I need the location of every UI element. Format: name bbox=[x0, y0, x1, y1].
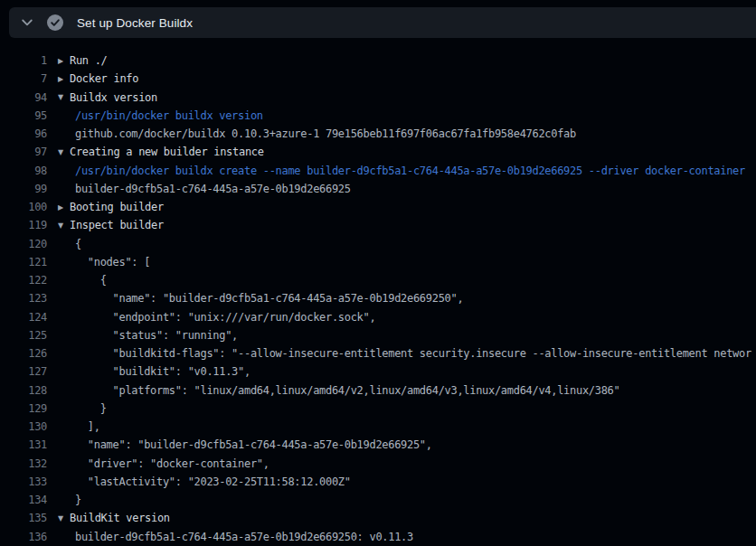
check-circle-icon bbox=[46, 14, 64, 32]
line-number[interactable]: 125 bbox=[5, 329, 47, 342]
line-number[interactable]: 134 bbox=[5, 494, 47, 506]
log-line: 98/usr/bin/docker buildx create --name b… bbox=[0, 162, 756, 180]
line-number[interactable]: 123 bbox=[5, 292, 47, 305]
log-line: 136builder-d9cfb5a1-c764-445a-a57e-0b19d… bbox=[0, 528, 756, 546]
log-line: 123 "name": "builder-d9cfb5a1-c764-445a-… bbox=[0, 289, 756, 307]
line-number[interactable]: 127 bbox=[5, 365, 47, 378]
line-number[interactable]: 97 bbox=[5, 146, 47, 158]
log-line[interactable]: 135▼BuildKit version bbox=[0, 509, 756, 527]
line-number[interactable]: 128 bbox=[5, 384, 47, 397]
line-number[interactable]: 1 bbox=[5, 54, 47, 67]
step-header[interactable]: Set up Docker Buildx bbox=[9, 7, 756, 38]
log-lines: 1▶Run ./7▶Docker info94▼Buildx version95… bbox=[0, 52, 756, 546]
command-text: /usr/bin/docker buildx version bbox=[75, 109, 263, 122]
log-line[interactable]: 97▼Creating a new builder instance bbox=[0, 143, 756, 161]
line-number[interactable]: 136 bbox=[5, 531, 47, 543]
output-text: ], bbox=[75, 420, 100, 433]
collapse-arrow-icon[interactable]: ▼ bbox=[58, 514, 70, 522]
group-title[interactable]: Creating a new builder instance bbox=[70, 146, 264, 158]
collapse-arrow-icon[interactable]: ▼ bbox=[58, 221, 70, 230]
log-line: 129 } bbox=[0, 400, 756, 418]
group-title[interactable]: BuildKit version bbox=[70, 512, 170, 524]
output-text: builder-d9cfb5a1-c764-445a-a57e-0b19d2e6… bbox=[75, 531, 413, 543]
line-number[interactable]: 132 bbox=[5, 457, 47, 470]
output-text: github.com/docker/buildx 0.10.3+azure-1 … bbox=[75, 127, 576, 140]
line-number[interactable]: 129 bbox=[5, 402, 47, 415]
log-line: 130 ], bbox=[0, 418, 756, 436]
output-text: "name": "builder-d9cfb5a1-c764-445a-a57e… bbox=[75, 292, 463, 305]
log-line[interactable]: 100▶Booting builder bbox=[0, 198, 756, 216]
expand-arrow-icon[interactable]: ▶ bbox=[58, 57, 70, 65]
output-text: "driver": "docker-container", bbox=[75, 457, 269, 470]
expand-arrow-icon[interactable]: ▶ bbox=[58, 203, 70, 212]
log-line: 124 "endpoint": "unix:///var/run/docker.… bbox=[0, 308, 756, 326]
line-number[interactable]: 94 bbox=[5, 91, 47, 104]
line-number[interactable]: 126 bbox=[5, 347, 47, 360]
output-text: "buildkitd-flags": "--allow-insecure-ent… bbox=[75, 347, 751, 360]
line-number[interactable]: 95 bbox=[5, 109, 47, 122]
line-number[interactable]: 121 bbox=[5, 256, 47, 268]
output-text: "platforms": "linux/amd64,linux/amd64/v2… bbox=[75, 384, 619, 397]
log-line: 95/usr/bin/docker buildx version bbox=[0, 107, 756, 125]
log-line: 99builder-d9cfb5a1-c764-445a-a57e-0b19d2… bbox=[0, 180, 756, 198]
command-text: /usr/bin/docker buildx create --name bui… bbox=[75, 165, 745, 177]
log-line: 132 "driver": "docker-container", bbox=[0, 455, 756, 473]
collapse-arrow-icon[interactable]: ▼ bbox=[58, 93, 70, 101]
line-number[interactable]: 98 bbox=[5, 165, 47, 177]
log-line: 121 "nodes": [ bbox=[0, 253, 756, 271]
output-text: { bbox=[75, 274, 107, 287]
line-number[interactable]: 96 bbox=[5, 127, 47, 140]
line-number[interactable]: 130 bbox=[5, 420, 47, 433]
log-line: 126 "buildkitd-flags": "--allow-insecure… bbox=[0, 344, 756, 362]
output-text: "nodes": [ bbox=[75, 256, 150, 268]
log-line[interactable]: 1▶Run ./ bbox=[0, 52, 756, 70]
line-number[interactable]: 99 bbox=[5, 183, 47, 195]
line-number[interactable]: 120 bbox=[5, 238, 47, 250]
chevron-down-icon[interactable] bbox=[20, 15, 34, 30]
log-line[interactable]: 94▼Buildx version bbox=[0, 89, 756, 107]
group-title[interactable]: Inspect builder bbox=[70, 219, 164, 231]
log-line: 122 { bbox=[0, 271, 756, 289]
output-text: } bbox=[75, 494, 81, 506]
line-number[interactable]: 122 bbox=[5, 274, 47, 287]
log-line: 120{ bbox=[0, 235, 756, 253]
step-title: Set up Docker Buildx bbox=[77, 16, 193, 30]
line-number[interactable]: 7 bbox=[5, 72, 47, 85]
line-number[interactable]: 119 bbox=[5, 219, 47, 231]
group-title[interactable]: Buildx version bbox=[70, 91, 157, 104]
group-title[interactable]: Run ./ bbox=[70, 54, 108, 67]
line-number[interactable]: 135 bbox=[5, 512, 47, 524]
output-text: "name": "builder-d9cfb5a1-c764-445a-a57e… bbox=[75, 438, 432, 451]
output-text: "endpoint": "unix:///var/run/docker.sock… bbox=[75, 311, 375, 324]
expand-arrow-icon[interactable]: ▶ bbox=[58, 75, 70, 83]
line-number[interactable]: 131 bbox=[5, 438, 47, 451]
log-line: 127 "buildkit": "v0.11.3", bbox=[0, 362, 756, 381]
line-number[interactable]: 100 bbox=[5, 201, 47, 213]
log-line: 96github.com/docker/buildx 0.10.3+azure-… bbox=[0, 125, 756, 143]
output-text: "buildkit": "v0.11.3", bbox=[75, 365, 250, 378]
output-text: builder-d9cfb5a1-c764-445a-a57e-0b19d2e6… bbox=[75, 183, 351, 195]
group-title[interactable]: Booting builder bbox=[70, 201, 164, 213]
log-line: 134} bbox=[0, 491, 756, 509]
log-viewer: 1▶Run ./7▶Docker info94▼Buildx version95… bbox=[0, 38, 756, 546]
log-line: 131 "name": "builder-d9cfb5a1-c764-445a-… bbox=[0, 436, 756, 454]
line-number[interactable]: 133 bbox=[5, 475, 47, 488]
log-line: 125 "status": "running", bbox=[0, 326, 756, 344]
output-text: { bbox=[75, 238, 81, 250]
log-line: 133 "lastActivity": "2023-02-25T11:58:12… bbox=[0, 473, 756, 491]
log-line[interactable]: 119▼Inspect builder bbox=[0, 216, 756, 234]
output-text: "lastActivity": "2023-02-25T11:58:12.000… bbox=[75, 475, 351, 488]
output-text: } bbox=[75, 402, 107, 415]
log-line: 128 "platforms": "linux/amd64,linux/amd6… bbox=[0, 381, 756, 400]
log-line[interactable]: 7▶Docker info bbox=[0, 70, 756, 88]
line-number[interactable]: 124 bbox=[5, 311, 47, 324]
output-text: "status": "running", bbox=[75, 329, 238, 342]
group-title[interactable]: Docker info bbox=[70, 72, 138, 85]
collapse-arrow-icon[interactable]: ▼ bbox=[58, 148, 70, 156]
